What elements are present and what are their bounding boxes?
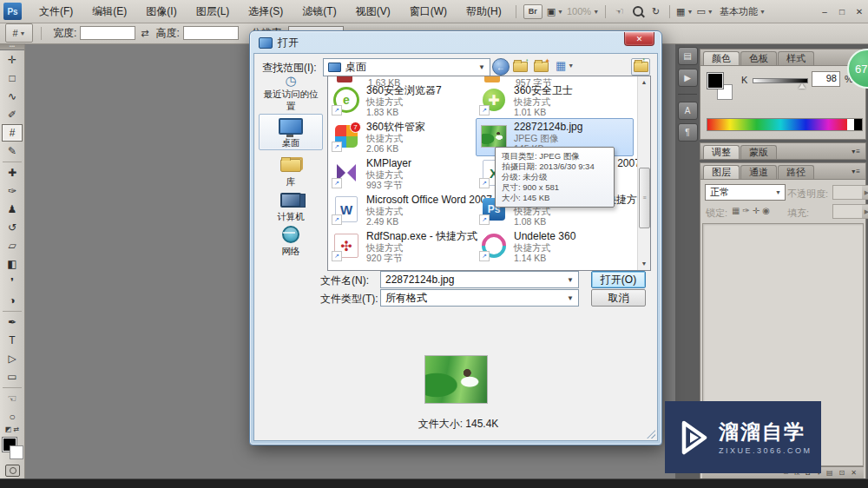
launch-bridge-button[interactable]: Br bbox=[523, 4, 542, 19]
workspace-switcher[interactable]: 基本功能▼ bbox=[720, 3, 766, 19]
list-item[interactable]: W↗ Microsoft Office Word 2007 快捷方式 2.49 … bbox=[330, 195, 476, 229]
list-item[interactable]: 7↗ 360软件管家 快捷方式 2.06 KB bbox=[330, 122, 476, 156]
window-close-button[interactable]: ✕ bbox=[852, 4, 866, 18]
swap-dimensions-icon[interactable]: ⇄ bbox=[141, 28, 148, 39]
healing-brush-tool[interactable]: ✚ bbox=[2, 164, 23, 181]
dialog-titlebar[interactable]: 打开 bbox=[259, 36, 299, 50]
layer-group-icon[interactable]: ▤ bbox=[826, 469, 833, 477]
tab-adjustments[interactable]: 调整 bbox=[703, 145, 740, 159]
swap-colors-icon[interactable]: ◩ ⇄ bbox=[0, 425, 24, 434]
tab-color[interactable]: 颜色 bbox=[703, 51, 740, 65]
tab-layers[interactable]: 图层 bbox=[703, 165, 740, 179]
list-item[interactable]: ✚↗ 360安全卫士 快捷方式 1.01 KB bbox=[477, 85, 632, 120]
path-select-tool[interactable]: ▷ bbox=[2, 350, 23, 367]
fill-spinner[interactable]: ▶ bbox=[862, 204, 868, 219]
menu-image[interactable]: 图像(I) bbox=[136, 0, 186, 23]
hand-tool-button[interactable]: ☜ bbox=[612, 3, 627, 19]
gradient-tool[interactable]: ◧ bbox=[2, 255, 23, 273]
lock-paint-icon[interactable]: ✑ bbox=[742, 206, 752, 215]
slider-marker[interactable] bbox=[799, 83, 806, 89]
eyedropper-tool[interactable]: ✎ bbox=[2, 142, 23, 160]
delete-layer-icon[interactable]: ✕ bbox=[851, 469, 857, 477]
dialog-close-button[interactable]: ✕ bbox=[624, 32, 654, 46]
opacity-field[interactable] bbox=[832, 185, 864, 200]
zoom-tool[interactable]: ○ bbox=[2, 408, 23, 425]
lock-all-icon[interactable]: ◉ bbox=[762, 206, 773, 215]
tab-styles[interactable]: 样式 bbox=[778, 51, 814, 65]
character-panel-button[interactable]: A bbox=[678, 102, 698, 120]
move-tool[interactable]: ✛ bbox=[2, 51, 23, 69]
history-brush-tool[interactable]: ↺ bbox=[2, 219, 23, 236]
foreground-color-swatch[interactable] bbox=[707, 73, 723, 89]
rotate-view-button[interactable]: ↻ bbox=[648, 3, 663, 19]
tab-paths[interactable]: 路径 bbox=[778, 165, 814, 179]
scroll-up-icon[interactable]: ▲ bbox=[638, 76, 650, 89]
list-scrollbar[interactable]: ▲ ≡ ▼ bbox=[637, 76, 650, 270]
fill-field[interactable] bbox=[832, 204, 864, 219]
panel-menu-icon[interactable]: ▾≡ bbox=[852, 148, 861, 155]
quick-select-tool[interactable]: ✐ bbox=[2, 106, 23, 123]
place-computer[interactable]: 计算机 bbox=[259, 188, 323, 224]
screen-mode-button[interactable]: ▭▼ bbox=[696, 3, 713, 19]
height-input[interactable] bbox=[183, 26, 239, 40]
lock-buttons[interactable]: ▦✑✛◉ bbox=[732, 206, 773, 215]
filetype-select[interactable]: 所有格式 ▼ bbox=[380, 289, 579, 307]
marquee-tool[interactable]: □ bbox=[2, 69, 23, 87]
scrollbar-thumb[interactable]: ≡ bbox=[639, 168, 650, 228]
arrange-documents-button[interactable]: ▦▼ bbox=[676, 3, 693, 19]
clone-stamp-tool[interactable]: ♟ bbox=[2, 201, 23, 218]
panel-menu-icon[interactable]: ▾≡ bbox=[852, 168, 861, 175]
menu-help[interactable]: 帮助(H) bbox=[457, 0, 511, 23]
tab-swatches[interactable]: 色板 bbox=[740, 51, 777, 65]
menu-filter[interactable]: 滤镜(T) bbox=[293, 0, 345, 23]
paragraph-panel-button[interactable]: ¶ bbox=[678, 123, 698, 142]
menu-layer[interactable]: 图层(L) bbox=[187, 0, 240, 23]
list-item[interactable]: ↗ KMPlayer 快捷方式 993 字节 bbox=[330, 158, 476, 193]
k-value-input[interactable]: 98 bbox=[812, 71, 840, 87]
view-extras-button[interactable]: ▣▼ bbox=[547, 3, 563, 19]
resize-grip[interactable] bbox=[647, 430, 655, 439]
look-in-select[interactable]: 桌面 ▼ bbox=[323, 58, 490, 76]
list-item[interactable]: ✣↗ RdfSnap.exe - 快捷方式 快捷方式 920 字节 bbox=[330, 231, 476, 266]
pen-tool[interactable]: ✒ bbox=[2, 313, 23, 331]
menu-window[interactable]: 窗口(W) bbox=[400, 0, 457, 23]
brush-tool[interactable]: ✑ bbox=[2, 182, 23, 200]
dodge-tool[interactable]: ◑ bbox=[2, 292, 23, 309]
width-input[interactable] bbox=[80, 26, 135, 40]
shape-tool[interactable]: ▭ bbox=[2, 368, 23, 386]
lock-position-icon[interactable]: ✛ bbox=[753, 206, 762, 215]
background-color-swatch[interactable] bbox=[10, 445, 23, 459]
views-menu-button[interactable]: ▦▼ bbox=[556, 59, 574, 72]
toolbox-grip[interactable]: ••• bbox=[0, 43, 24, 50]
hand-tool[interactable]: ☜ bbox=[2, 390, 23, 407]
list-item[interactable]: ↗ Undelete 360 快捷方式 1.14 KB bbox=[477, 231, 632, 266]
current-tool-well[interactable]: #▼ bbox=[5, 23, 33, 43]
zoom-level-control[interactable]: 100%▼ bbox=[567, 3, 599, 19]
opacity-spinner[interactable]: ▶ bbox=[862, 185, 868, 200]
go-up-folder-button[interactable]: ↑ bbox=[631, 58, 650, 76]
color-spectrum-ramp[interactable] bbox=[707, 118, 849, 131]
up-one-level-button[interactable]: ↑ bbox=[513, 62, 528, 72]
type-tool[interactable]: T bbox=[2, 332, 23, 349]
cancel-button[interactable]: 取消 bbox=[591, 289, 646, 307]
lasso-tool[interactable]: ∿ bbox=[2, 88, 23, 105]
crop-tool[interactable]: # bbox=[2, 124, 23, 142]
new-layer-icon[interactable]: ⊡ bbox=[839, 469, 845, 477]
zoom-tool-button[interactable] bbox=[630, 3, 645, 19]
blend-mode-select[interactable]: 正常▼ bbox=[705, 184, 786, 201]
black-pick-cell[interactable] bbox=[854, 118, 863, 131]
actions-panel-button[interactable]: ▶ bbox=[678, 69, 698, 87]
tab-channels[interactable]: 通道 bbox=[740, 165, 777, 179]
menu-file[interactable]: 文件(F) bbox=[30, 0, 82, 23]
lock-transparency-icon[interactable]: ▦ bbox=[732, 206, 742, 215]
back-button[interactable]: ← bbox=[492, 58, 510, 76]
new-folder-button[interactable]: ✦ bbox=[534, 62, 549, 72]
menu-select[interactable]: 选择(S) bbox=[239, 0, 293, 23]
quick-mask-button[interactable] bbox=[5, 465, 20, 477]
place-libraries[interactable]: 库 bbox=[259, 153, 323, 189]
place-network[interactable]: 网络 bbox=[259, 222, 323, 259]
scroll-down-icon[interactable]: ▼ bbox=[638, 258, 650, 270]
window-restore-button[interactable]: □ bbox=[835, 4, 849, 18]
list-item[interactable]: e↗ 360安全浏览器7 快捷方式 1.83 KB bbox=[330, 85, 476, 120]
menu-view[interactable]: 视图(V) bbox=[346, 0, 400, 23]
